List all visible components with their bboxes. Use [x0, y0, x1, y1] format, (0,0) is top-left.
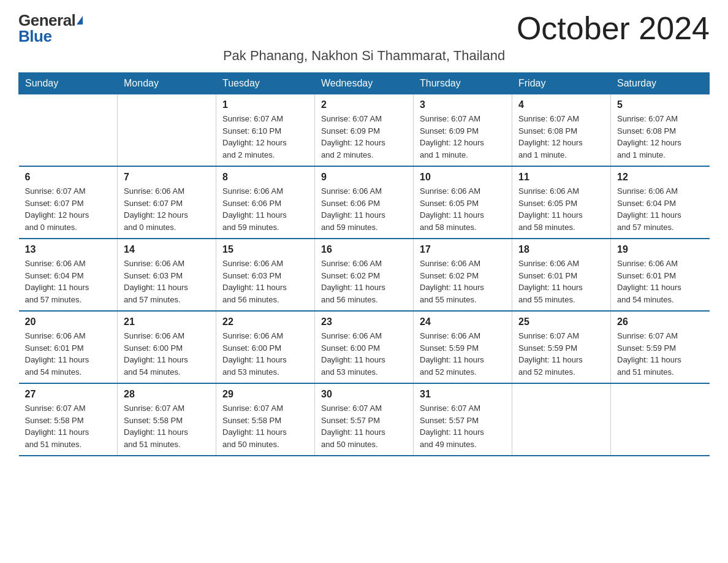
calendar-header: Sunday Monday Tuesday Wednesday Thursday… — [19, 73, 710, 94]
day-number: 10 — [420, 172, 506, 183]
day-info: Sunrise: 6:06 AMSunset: 6:04 PMDaylight:… — [617, 185, 703, 233]
logo-blue-text: Blue — [18, 28, 51, 44]
day-number: 21 — [124, 316, 210, 327]
day-info: Sunrise: 6:07 AMSunset: 5:58 PMDaylight:… — [25, 402, 112, 450]
calendar-cell: 22Sunrise: 6:06 AMSunset: 6:00 PMDayligh… — [216, 311, 315, 383]
calendar-week-row: 27Sunrise: 6:07 AMSunset: 5:58 PMDayligh… — [19, 383, 710, 456]
day-info: Sunrise: 6:07 AMSunset: 5:59 PMDaylight:… — [518, 330, 604, 378]
calendar-cell: 28Sunrise: 6:07 AMSunset: 5:58 PMDayligh… — [118, 383, 216, 456]
day-info: Sunrise: 6:07 AMSunset: 6:09 PMDaylight:… — [420, 113, 506, 161]
day-info: Sunrise: 6:06 AMSunset: 6:02 PMDaylight:… — [420, 258, 506, 305]
calendar-cell: 13Sunrise: 6:06 AMSunset: 6:04 PMDayligh… — [19, 239, 118, 311]
calendar-cell — [512, 383, 611, 456]
day-number: 8 — [222, 172, 308, 183]
calendar-cell: 4Sunrise: 6:07 AMSunset: 6:08 PMDaylight… — [512, 94, 611, 167]
day-info: Sunrise: 6:06 AMSunset: 5:59 PMDaylight:… — [420, 330, 506, 378]
logo-general-text: General — [18, 12, 75, 28]
calendar-cell: 21Sunrise: 6:06 AMSunset: 6:00 PMDayligh… — [118, 311, 216, 383]
day-info: Sunrise: 6:07 AMSunset: 6:10 PMDaylight:… — [222, 113, 308, 161]
day-number: 19 — [617, 244, 703, 255]
day-number: 28 — [124, 389, 210, 400]
header-top: General Blue October 2024 — [18, 12, 710, 44]
calendar-week-row: 13Sunrise: 6:06 AMSunset: 6:04 PMDayligh… — [19, 239, 710, 311]
calendar-week-row: 6Sunrise: 6:07 AMSunset: 6:07 PMDaylight… — [19, 166, 710, 239]
day-info: Sunrise: 6:06 AMSunset: 6:01 PMDaylight:… — [25, 330, 112, 378]
col-sunday: Sunday — [19, 73, 118, 94]
day-info: Sunrise: 6:07 AMSunset: 5:57 PMDaylight:… — [420, 402, 506, 450]
day-info: Sunrise: 6:06 AMSunset: 6:01 PMDaylight:… — [518, 258, 604, 305]
day-info: Sunrise: 6:07 AMSunset: 6:07 PMDaylight:… — [25, 185, 112, 233]
col-thursday: Thursday — [414, 73, 512, 94]
day-info: Sunrise: 6:06 AMSunset: 6:02 PMDaylight:… — [321, 258, 407, 305]
col-monday: Monday — [118, 73, 216, 94]
calendar-cell: 30Sunrise: 6:07 AMSunset: 5:57 PMDayligh… — [315, 383, 414, 456]
day-number: 5 — [617, 99, 703, 110]
calendar-cell: 15Sunrise: 6:06 AMSunset: 6:03 PMDayligh… — [216, 239, 315, 311]
calendar-cell: 1Sunrise: 6:07 AMSunset: 6:10 PMDaylight… — [216, 94, 315, 167]
day-number: 4 — [518, 99, 604, 110]
day-number: 11 — [518, 172, 604, 183]
day-info: Sunrise: 6:07 AMSunset: 5:58 PMDaylight:… — [222, 402, 308, 450]
day-info: Sunrise: 6:07 AMSunset: 5:58 PMDaylight:… — [124, 402, 210, 450]
calendar-cell: 7Sunrise: 6:06 AMSunset: 6:07 PMDaylight… — [118, 166, 216, 239]
day-info: Sunrise: 6:06 AMSunset: 6:05 PMDaylight:… — [420, 185, 506, 233]
header-row: Sunday Monday Tuesday Wednesday Thursday… — [19, 73, 710, 94]
day-info: Sunrise: 6:07 AMSunset: 6:08 PMDaylight:… — [617, 113, 703, 161]
day-number: 18 — [518, 244, 604, 255]
calendar-cell: 25Sunrise: 6:07 AMSunset: 5:59 PMDayligh… — [512, 311, 611, 383]
col-wednesday: Wednesday — [315, 73, 414, 94]
calendar-cell — [19, 94, 118, 167]
day-number: 23 — [321, 316, 407, 327]
calendar-cell: 2Sunrise: 6:07 AMSunset: 6:09 PMDaylight… — [315, 94, 414, 167]
calendar-week-row: 1Sunrise: 6:07 AMSunset: 6:10 PMDaylight… — [19, 94, 710, 167]
calendar-cell: 27Sunrise: 6:07 AMSunset: 5:58 PMDayligh… — [19, 383, 118, 456]
calendar-cell: 17Sunrise: 6:06 AMSunset: 6:02 PMDayligh… — [414, 239, 512, 311]
logo-triangle-icon — [77, 16, 83, 25]
calendar-cell: 6Sunrise: 6:07 AMSunset: 6:07 PMDaylight… — [19, 166, 118, 239]
day-number: 20 — [25, 316, 112, 327]
day-number: 7 — [124, 172, 210, 183]
day-number: 14 — [124, 244, 210, 255]
day-number: 25 — [518, 316, 604, 327]
calendar-cell — [118, 94, 216, 167]
calendar-cell: 3Sunrise: 6:07 AMSunset: 6:09 PMDaylight… — [414, 94, 512, 167]
col-saturday: Saturday — [611, 73, 710, 94]
location-subtitle: Pak Phanang, Nakhon Si Thammarat, Thaila… — [18, 48, 710, 64]
calendar-cell: 14Sunrise: 6:06 AMSunset: 6:03 PMDayligh… — [118, 239, 216, 311]
day-number: 12 — [617, 172, 703, 183]
day-number: 24 — [420, 316, 506, 327]
calendar-cell: 20Sunrise: 6:06 AMSunset: 6:01 PMDayligh… — [19, 311, 118, 383]
calendar-cell: 19Sunrise: 6:06 AMSunset: 6:01 PMDayligh… — [611, 239, 710, 311]
calendar-cell — [611, 383, 710, 456]
calendar-cell: 5Sunrise: 6:07 AMSunset: 6:08 PMDaylight… — [611, 94, 710, 167]
day-number: 26 — [617, 316, 703, 327]
calendar-cell: 29Sunrise: 6:07 AMSunset: 5:58 PMDayligh… — [216, 383, 315, 456]
calendar-cell: 11Sunrise: 6:06 AMSunset: 6:05 PMDayligh… — [512, 166, 611, 239]
day-info: Sunrise: 6:06 AMSunset: 6:04 PMDaylight:… — [25, 258, 112, 305]
day-number: 2 — [321, 99, 407, 110]
day-number: 17 — [420, 244, 506, 255]
day-info: Sunrise: 6:07 AMSunset: 5:59 PMDaylight:… — [617, 330, 703, 378]
day-info: Sunrise: 6:06 AMSunset: 6:00 PMDaylight:… — [222, 330, 308, 378]
day-number: 16 — [321, 244, 407, 255]
calendar-week-row: 20Sunrise: 6:06 AMSunset: 6:01 PMDayligh… — [19, 311, 710, 383]
calendar-cell: 26Sunrise: 6:07 AMSunset: 5:59 PMDayligh… — [611, 311, 710, 383]
day-number: 31 — [420, 389, 506, 400]
day-number: 27 — [25, 389, 112, 400]
calendar-cell: 12Sunrise: 6:06 AMSunset: 6:04 PMDayligh… — [611, 166, 710, 239]
calendar-cell: 8Sunrise: 6:06 AMSunset: 6:06 PMDaylight… — [216, 166, 315, 239]
day-number: 29 — [222, 389, 308, 400]
day-info: Sunrise: 6:07 AMSunset: 6:09 PMDaylight:… — [321, 113, 407, 161]
calendar-cell: 10Sunrise: 6:06 AMSunset: 6:05 PMDayligh… — [414, 166, 512, 239]
day-info: Sunrise: 6:06 AMSunset: 6:00 PMDaylight:… — [124, 330, 210, 378]
calendar-cell: 31Sunrise: 6:07 AMSunset: 5:57 PMDayligh… — [414, 383, 512, 456]
day-info: Sunrise: 6:06 AMSunset: 6:01 PMDaylight:… — [617, 258, 703, 305]
month-year-title: October 2024 — [517, 12, 710, 44]
day-info: Sunrise: 6:06 AMSunset: 6:03 PMDaylight:… — [124, 258, 210, 305]
day-number: 22 — [222, 316, 308, 327]
calendar-cell: 9Sunrise: 6:06 AMSunset: 6:06 PMDaylight… — [315, 166, 414, 239]
col-tuesday: Tuesday — [216, 73, 315, 94]
day-info: Sunrise: 6:06 AMSunset: 6:00 PMDaylight:… — [321, 330, 407, 378]
day-info: Sunrise: 6:06 AMSunset: 6:05 PMDaylight:… — [518, 185, 604, 233]
day-number: 30 — [321, 389, 407, 400]
